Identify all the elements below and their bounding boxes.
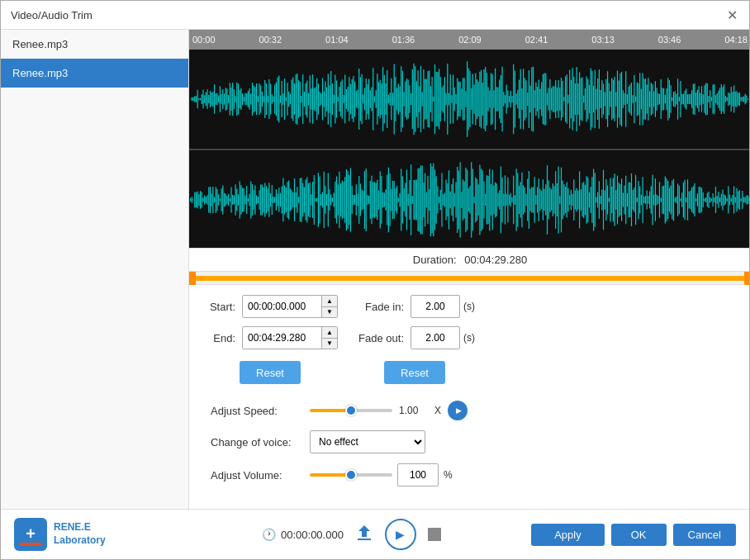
trim-track [189,276,749,281]
reset-button-left[interactable]: Reset [240,361,301,384]
waveform-canvas-top [189,50,749,149]
timeline-label-3: 01:36 [392,35,415,45]
waveform-top [189,50,749,149]
clock-icon: 🕐 [262,528,276,541]
end-down-arrow[interactable]: ▼ [322,339,337,349]
time-display: 🕐 00:00:00.000 [262,528,344,541]
speed-play-button[interactable] [448,401,468,420]
footer-logo: + RENE.E Laboratory [14,518,106,551]
title-bar: Video/Audio Trim ✕ [1,1,749,30]
sidebar-item-2[interactable]: Renee.mp3 [1,59,188,88]
fade-in-label: Fade in: [354,301,404,313]
trim-handle-right[interactable] [744,272,749,285]
timeline-label-8: 04:18 [724,35,748,45]
start-up-arrow[interactable]: ▲ [322,296,337,307]
timeline-label-2: 01:04 [325,35,349,45]
timeline-label-7: 03:46 [658,35,681,45]
fade-in-unit: (s) [463,301,475,312]
start-label: Start: [202,301,235,313]
end-spinbox[interactable]: ▲ ▼ [242,326,338,349]
volume-input[interactable] [397,463,439,486]
end-input[interactable] [243,327,321,349]
start-end-group: Start: ▲ ▼ End: [202,295,338,384]
svg-text:+: + [26,524,36,543]
footer-buttons: Apply OK Cancel [531,524,736,546]
fade-in-input[interactable] [411,295,460,318]
duration-label: Duration: [413,254,457,266]
speed-unit: X [434,405,441,416]
logo-icon: + [14,518,47,551]
end-up-arrow[interactable]: ▲ [322,327,337,339]
fade-out-field: Fade out: (s) [354,326,475,349]
stop-button[interactable] [428,528,441,541]
start-field: Start: ▲ ▼ [202,295,338,318]
change-voice-field: Change of voice: No effect Male Female R… [211,430,468,453]
speed-slider[interactable] [310,409,392,412]
volume-slider[interactable] [310,473,392,477]
svg-rect-3 [358,539,371,540]
timeline-label-6: 03:13 [591,35,615,45]
fade-out-wrap: (s) [411,326,475,349]
right-controls: Adjust Speed: 1.00 X Change of voice: No… [211,401,468,486]
fade-out-input[interactable] [411,326,460,349]
adjust-volume-field: Adjust Volume: % [211,463,468,486]
playback-time: 00:00:00.000 [281,529,344,541]
playback-controls: 🕐 00:00:00.000 ▶ [262,519,441,550]
sidebar: Renee.mp3 Renee.mp3 [1,30,189,509]
volume-unit: % [444,469,453,481]
cancel-button[interactable]: Cancel [673,524,736,546]
voice-select[interactable]: No effect Male Female Robot [310,430,425,453]
timeline-label-0: 00:00 [192,35,216,45]
duration-bar: Duration: 00:04:29.280 [189,248,749,272]
waveform-canvas-bottom [189,150,749,248]
timeline-labels: 00:00 00:32 01:04 01:36 02:09 02:41 03:1… [192,35,748,45]
timeline: 00:00 00:32 01:04 01:36 02:09 02:41 03:1… [189,30,749,50]
end-field: End: ▲ ▼ [202,326,338,349]
window-title: Video/Audio Trim [11,9,93,21]
timeline-label-5: 02:41 [525,35,548,45]
end-label: End: [202,332,235,344]
apply-button[interactable]: Apply [531,524,605,546]
start-down-arrow[interactable]: ▼ [322,307,337,318]
main-window: Video/Audio Trim ✕ Renee.mp3 Renee.mp3 0… [0,0,750,560]
end-arrows: ▲ ▼ [321,327,337,349]
svg-rect-2 [19,543,42,546]
trim-handle-left[interactable] [189,272,196,285]
waveform-bottom [189,149,749,248]
start-input[interactable] [243,296,321,317]
speed-value: 1.00 [399,405,428,416]
content-area: 00:00 00:32 01:04 01:36 02:09 02:41 03:1… [189,30,749,509]
controls-row: Start: ▲ ▼ End: [189,285,749,496]
logo-line1: RENE.E [54,521,106,534]
start-spinbox[interactable]: ▲ ▼ [242,295,338,318]
export-icon [355,524,373,542]
bottom-bar: + RENE.E Laboratory 🕐 00:00:00.000 ▶ [1,509,749,559]
sidebar-item-1[interactable]: Renee.mp3 [1,30,188,59]
logo-text: RENE.E Laboratory [54,521,106,547]
reset-button-right[interactable]: Reset [384,361,445,384]
adjust-volume-label: Adjust Volume: [211,469,301,482]
duration-value: 00:04:29.280 [464,254,527,266]
fade-group: Fade in: (s) Fade out: (s) [354,295,475,384]
close-button[interactable]: ✕ [724,7,739,22]
adjust-volume-wrap: % [310,463,453,486]
timeline-label-1: 00:32 [259,35,282,45]
play-button[interactable]: ▶ [385,519,416,550]
fade-in-field: Fade in: (s) [354,295,475,318]
main-area: Renee.mp3 Renee.mp3 00:00 00:32 01:04 01… [1,30,749,509]
adjust-speed-wrap: 1.00 X [310,401,468,420]
trim-slider[interactable] [189,272,749,285]
logo-line2: Laboratory [54,534,106,548]
fade-out-unit: (s) [463,332,475,344]
fade-in-wrap: (s) [411,295,475,318]
change-voice-label: Change of voice: [211,436,301,448]
adjust-speed-field: Adjust Speed: 1.00 X [211,401,468,420]
fade-out-label: Fade out: [354,332,404,344]
adjust-speed-label: Adjust Speed: [211,405,301,417]
timeline-label-4: 02:09 [458,35,482,45]
start-arrows: ▲ ▼ [321,296,337,317]
export-button[interactable] [355,524,373,546]
ok-button[interactable]: OK [611,524,667,546]
